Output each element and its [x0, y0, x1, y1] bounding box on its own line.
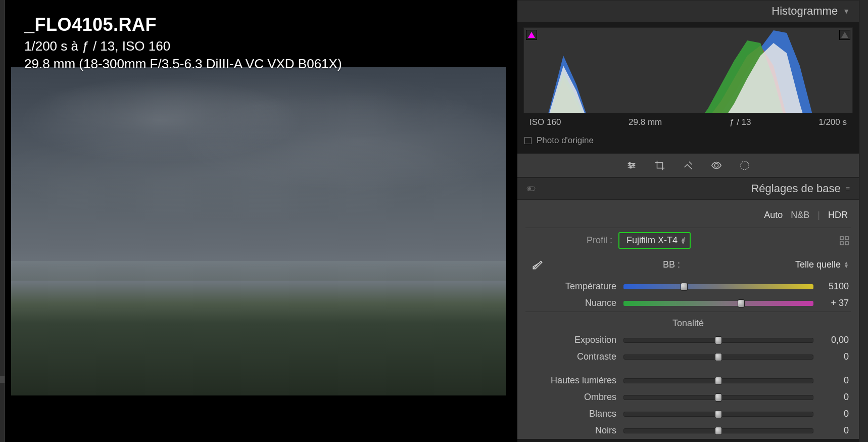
tint-slider[interactable] — [623, 301, 813, 306]
treatment-row: Auto N&B | HDR — [525, 205, 851, 228]
histogram-svg — [524, 28, 852, 113]
highlights-row: Hautes lumières 0 — [525, 372, 851, 389]
highlights-value[interactable]: 0 — [813, 375, 849, 386]
slider-thumb[interactable] — [715, 393, 722, 402]
svg-point-6 — [528, 187, 531, 190]
eyedropper-tool[interactable] — [527, 258, 548, 271]
slider-thumb[interactable] — [715, 377, 722, 385]
radial-tool[interactable] — [739, 160, 750, 171]
slider-thumb[interactable] — [681, 283, 688, 291]
shadows-row: Ombres 0 — [525, 389, 851, 406]
slider-thumb[interactable] — [715, 427, 722, 435]
basic-title: Réglages de base — [751, 182, 840, 195]
histogram-header[interactable]: Histogramme ▼ — [517, 0, 859, 22]
highlights-slider[interactable] — [623, 378, 813, 383]
slider-thumb[interactable] — [715, 410, 722, 418]
contrast-value[interactable]: 0 — [813, 351, 849, 362]
contrast-slider[interactable] — [623, 355, 813, 360]
separator: | — [817, 210, 820, 220]
profile-value: Fujifilm X-T4 — [626, 235, 678, 245]
histo-shutter: 1/200 s — [818, 117, 847, 127]
tint-row: Nuance + 37 — [525, 295, 851, 312]
redeye-tool[interactable] — [711, 160, 722, 171]
svg-point-3 — [714, 163, 718, 167]
shadows-slider[interactable] — [623, 395, 813, 400]
exposure-label: 1/200 s à ƒ / 13, ISO 160 — [24, 38, 342, 54]
slider-thumb[interactable] — [715, 353, 722, 361]
histo-aperture: ƒ / 13 — [730, 117, 751, 127]
temperature-label: Température — [527, 281, 623, 292]
exposure-value[interactable]: 0,00 — [813, 335, 849, 345]
shadows-label: Ombres — [527, 392, 623, 403]
histogram-mode-row[interactable]: Photo d'origine — [517, 130, 859, 153]
chevron-down-icon: ▼ — [843, 7, 850, 15]
profile-browser-icon[interactable] — [840, 236, 849, 245]
histogram-title: Histogramme — [771, 5, 838, 18]
square-icon — [524, 137, 532, 144]
blacks-label: Noirs — [527, 425, 623, 436]
whites-label: Blancs — [527, 409, 623, 419]
filename-label: _FLO4105.RAF — [24, 14, 342, 35]
photo-preview[interactable] — [11, 67, 506, 395]
svg-rect-8 — [845, 237, 848, 240]
image-area: _FLO4105.RAF 1/200 s à ƒ / 13, ISO 160 2… — [0, 0, 517, 442]
crop-tool[interactable] — [654, 160, 665, 171]
svg-rect-7 — [840, 237, 843, 240]
tint-value[interactable]: + 37 — [813, 298, 849, 308]
contrast-label: Contraste — [527, 351, 623, 362]
panel-switch-icon[interactable] — [526, 182, 536, 195]
profile-row: Profil : Fujifilm X-T4 ▲▼ — [525, 228, 851, 253]
histo-iso: ISO 160 — [529, 117, 561, 127]
svg-point-2 — [630, 166, 632, 168]
hdr-button[interactable]: HDR — [828, 210, 848, 220]
histogram-mode-label: Photo d'origine — [537, 136, 594, 146]
tone-title: Tonalité — [525, 312, 851, 332]
histogram-info-row: ISO 160 29.8 mm ƒ / 13 1/200 s — [523, 113, 853, 130]
wb-row: BB : Telle quelle ▲▼ — [525, 253, 851, 278]
lens-label: 29.8 mm (18-300mm F/3.5-6.3 DiIII-A VC V… — [24, 56, 342, 72]
blacks-slider[interactable] — [623, 428, 813, 433]
temperature-row: Température 5100 — [525, 278, 851, 295]
exposure-slider[interactable] — [623, 338, 813, 343]
auto-button[interactable]: Auto — [764, 210, 783, 220]
svg-point-4 — [741, 161, 749, 170]
left-panel-collapsed[interactable] — [0, 0, 5, 442]
whites-value[interactable]: 0 — [813, 409, 849, 419]
right-panel: Histogramme ▼ ISO 160 29.8 mm ƒ / 13 1/2… — [517, 0, 868, 442]
menu-icon[interactable]: ≡ — [846, 185, 850, 193]
photo-sky — [11, 67, 506, 281]
svg-point-1 — [633, 164, 635, 166]
masking-tool[interactable] — [626, 160, 637, 171]
whites-slider[interactable] — [623, 412, 813, 417]
scrollbar[interactable] — [859, 0, 868, 442]
info-overlay: _FLO4105.RAF 1/200 s à ƒ / 13, ISO 160 2… — [24, 14, 342, 72]
slider-thumb[interactable] — [738, 299, 745, 307]
profile-label: Profil : — [527, 235, 618, 246]
wb-label: BB : — [548, 259, 795, 270]
svg-rect-10 — [845, 242, 848, 245]
temperature-value[interactable]: 5100 — [813, 281, 849, 292]
histo-focal: 29.8 mm — [629, 117, 662, 127]
bw-button[interactable]: N&B — [791, 210, 809, 220]
heal-tool[interactable] — [683, 160, 694, 171]
slider-thumb[interactable] — [715, 336, 722, 344]
basic-panel: Auto N&B | HDR Profil : Fujifilm X-T4 ▲▼ — [517, 200, 859, 439]
exposure-label: Exposition — [527, 335, 623, 345]
updown-icon: ▲▼ — [681, 237, 686, 244]
exposure-row: Exposition 0,00 — [525, 332, 851, 348]
contrast-row: Contraste 0 — [525, 348, 851, 365]
app-root: _FLO4105.RAF 1/200 s à ƒ / 13, ISO 160 2… — [0, 0, 868, 442]
profile-select[interactable]: Fujifilm X-T4 ▲▼ — [618, 232, 691, 249]
svg-point-0 — [629, 163, 631, 165]
temperature-slider[interactable] — [623, 284, 813, 289]
blacks-row: Noirs 0 — [525, 422, 851, 439]
tint-label: Nuance — [527, 298, 623, 308]
shadows-value[interactable]: 0 — [813, 392, 849, 403]
histogram-chart[interactable] — [523, 27, 853, 113]
basic-header[interactable]: Réglages de base ≡ — [517, 178, 859, 200]
wb-preset-select[interactable]: Telle quelle ▲▼ — [795, 259, 849, 270]
updown-icon: ▲▼ — [844, 261, 849, 268]
histogram-panel: ISO 160 29.8 mm ƒ / 13 1/200 s — [517, 22, 859, 130]
blacks-value[interactable]: 0 — [813, 425, 849, 436]
highlights-label: Hautes lumières — [527, 375, 623, 386]
